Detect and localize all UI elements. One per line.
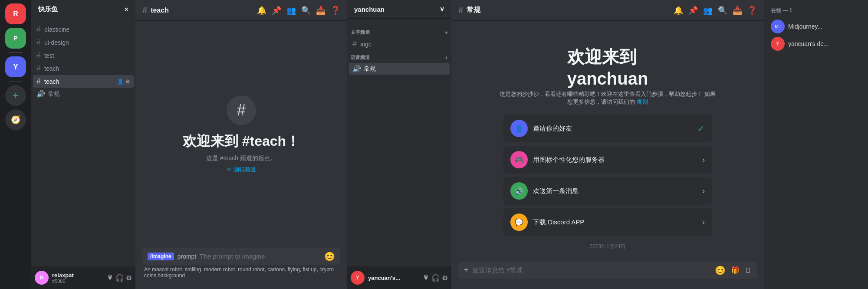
welcome-card-friends[interactable]: 👤 邀请你的好友 ✓ xyxy=(503,115,712,142)
right-emoji-button[interactable]: 😊 xyxy=(715,265,726,276)
members-icon[interactable]: 👥 xyxy=(286,6,296,15)
right-toolbar: 🔔 📌 👥 🔍 📥 ❓ xyxy=(674,6,757,15)
settings-icon[interactable]: ⚙ xyxy=(125,79,130,85)
welcome-subtitle: 这是您的沙沙沙，看看还有哪些精彩吧！欢迎在这里查看入门步骤，帮助您起步！ 如果您… xyxy=(499,90,716,106)
right-members-icon[interactable]: 👥 xyxy=(703,6,713,15)
settings-user-icon[interactable]: ⚙ xyxy=(126,274,132,282)
chat-messages-area: # 欢迎来到 #teach！ 这是 #teach 频道的起点。 ✏ 编辑频道 xyxy=(135,21,347,248)
channel-card-icon: 🔊 xyxy=(510,182,528,200)
hash-icon: # xyxy=(36,25,41,34)
emoji-button[interactable]: 😊 xyxy=(324,251,335,262)
user-area: R relaxpat #5080 🎙 🎧 ⚙ xyxy=(31,266,135,289)
right-user-controls: 🎙 🎧 ⚙ xyxy=(423,274,448,282)
sticker-icon[interactable]: 🗒 xyxy=(745,266,752,274)
right-channel-list: 文字频道 + # aigc 语音频道 + 🔊 常规 xyxy=(347,19,451,266)
welcome-channel-title: 欢迎来到 #teach！ xyxy=(183,132,300,151)
right-chat-main: # 常规 🔔 📌 👥 🔍 📥 ❓ 欢迎来到 yanchuan 这是您的沙沙沙，看… xyxy=(451,0,764,289)
chat-input-field[interactable] xyxy=(200,248,321,265)
left-channel-sidebar: 快乐鱼 ✕ # plasticine # ui-design # test # … xyxy=(31,0,135,289)
right-mic-icon[interactable]: 🎙 xyxy=(423,274,430,282)
server-icon-active[interactable]: Y xyxy=(5,56,26,77)
mic-icon[interactable]: 🎙 xyxy=(107,274,114,282)
chat-toolbar: 🔔 📌 👥 🔍 📥 ❓ xyxy=(257,6,340,15)
right-headphone-icon[interactable]: 🎧 xyxy=(431,274,440,282)
rules-link[interactable]: 规则 xyxy=(637,99,648,105)
right-inbox-icon[interactable]: 📥 xyxy=(733,6,742,15)
friends-card-text: 邀请你的好友 xyxy=(533,125,692,133)
welcome-section: 欢迎来到 yanchuan 这是您的沙沙沙，看看还有哪些精彩吧！欢迎在这里查看入… xyxy=(458,28,757,262)
search-icon[interactable]: 🔍 xyxy=(301,6,311,15)
welcome-card-app[interactable]: 💬 下载 Discord APP › xyxy=(503,208,712,236)
channel-name-plasticine: plasticine xyxy=(44,26,130,33)
channel-item-aigc[interactable]: # aigc xyxy=(349,38,450,50)
welcome-card-services[interactable]: 🎮 用图标个性化您的服务器 › xyxy=(503,146,712,174)
channel-item-teach-top[interactable]: # teach xyxy=(33,62,134,75)
edit-channel-link[interactable]: ✏ 编辑频道 xyxy=(227,166,256,174)
pin-icon[interactable]: 📌 xyxy=(272,6,281,15)
right-bell-icon[interactable]: 🔔 xyxy=(674,6,683,15)
right-username: yancuan's... xyxy=(368,275,419,281)
right-user-info: yancuan's... xyxy=(368,275,419,281)
welcome-date: 2023年1月24日 xyxy=(590,243,626,250)
bell-icon[interactable]: 🔔 xyxy=(257,6,266,15)
member-item-yancuan[interactable]: Y yancuan's de... xyxy=(767,35,865,53)
voice-category: 语音频道 + xyxy=(347,51,451,62)
channel-item-voice[interactable]: 🔊 常规 xyxy=(33,88,134,100)
attach-icon[interactable]: + xyxy=(464,265,469,275)
add-channel-icon[interactable]: + xyxy=(445,30,448,35)
right-pin-icon[interactable]: 📌 xyxy=(688,6,698,15)
chat-input-container: /imagine prompt 😊 xyxy=(142,248,340,265)
services-card-text: 用图标个性化您的服务器 xyxy=(533,156,697,164)
chat-header-channel-name: teach xyxy=(151,7,169,14)
channel-name-test: test xyxy=(44,52,130,59)
right-chat-header: # 常规 🔔 📌 👥 🔍 📥 ❓ xyxy=(451,0,764,21)
right-user-avatar: Y xyxy=(351,271,365,285)
add-icon: + xyxy=(13,89,19,102)
channel-item-plasticine[interactable]: # plasticine xyxy=(33,23,134,36)
server-name-label: 快乐鱼 xyxy=(38,5,58,13)
services-arrow-icon: › xyxy=(702,155,705,164)
right-server-header[interactable]: yanchuan ∨ xyxy=(347,0,451,19)
inbox-icon[interactable]: 📥 xyxy=(316,6,326,15)
right-channel-name: 常规 xyxy=(467,6,480,15)
add-server-button[interactable]: + xyxy=(5,85,26,106)
right-server-name: yanchuan xyxy=(354,6,385,13)
headphone-icon[interactable]: 🎧 xyxy=(115,274,124,282)
channel-name-aigc: aigc xyxy=(360,41,446,48)
server-divider xyxy=(9,52,23,53)
right-settings-icon[interactable]: ⚙ xyxy=(442,274,448,282)
channel-item-teach-active[interactable]: # teach 👤 ⚙ xyxy=(33,75,134,88)
right-help-icon[interactable]: ❓ xyxy=(747,6,757,15)
add-voice-icon[interactable]: + xyxy=(445,55,448,60)
welcome-card-channel[interactable]: 🔊 欢送第一条消息 › xyxy=(503,177,712,205)
channel-item-changui[interactable]: 🔊 常规 xyxy=(349,63,450,75)
app-card-text: 下载 Discord APP xyxy=(533,218,697,227)
channel-name-teach: teach xyxy=(44,78,115,85)
channel-item-test[interactable]: # test xyxy=(33,49,134,62)
right-hash-icon: # xyxy=(458,5,463,15)
right-chat-input-field[interactable] xyxy=(472,262,711,279)
friends-card-icon: 👤 xyxy=(510,120,528,137)
right-panel: yanchuan ∨ 文字频道 + # aigc 语音频道 + 🔊 常规 xyxy=(347,0,868,289)
add-member-icon[interactable]: 👤 xyxy=(117,79,124,85)
gift-icon[interactable]: 🎁 xyxy=(731,266,740,274)
server-icon-1[interactable]: R xyxy=(5,3,26,24)
member-name-y: yancuan's de... xyxy=(788,40,829,47)
welcome-big-title: 欢迎来到 yanchuan xyxy=(567,45,648,89)
member-name-mj: Midjourney... xyxy=(788,23,822,30)
chevron-down-icon: ✕ xyxy=(124,7,128,13)
channel-item-ui-design[interactable]: # ui-design xyxy=(33,36,134,49)
member-item-midjourney[interactable]: MJ Midjourney... xyxy=(767,18,865,35)
chat-header-hash-icon: # xyxy=(142,5,147,15)
member-avatar-y: Y xyxy=(771,37,785,51)
members-count: 在线 — 1 xyxy=(767,7,865,14)
prompt-label: prompt xyxy=(178,253,197,260)
right-search-icon[interactable]: 🔍 xyxy=(718,6,727,15)
server-icon-2[interactable]: P xyxy=(5,28,26,49)
help-icon[interactable]: ❓ xyxy=(331,6,340,15)
server-name-header[interactable]: 快乐鱼 ✕ xyxy=(31,0,135,19)
hash-icon-5: # xyxy=(36,77,41,86)
left-chat-main: # teach 🔔 📌 👥 🔍 📥 ❓ # 欢迎来到 #teach！ 这是 #t… xyxy=(135,0,347,289)
user-info: relaxpat #5080 xyxy=(52,272,103,284)
explore-servers[interactable]: 🧭 xyxy=(5,109,26,130)
